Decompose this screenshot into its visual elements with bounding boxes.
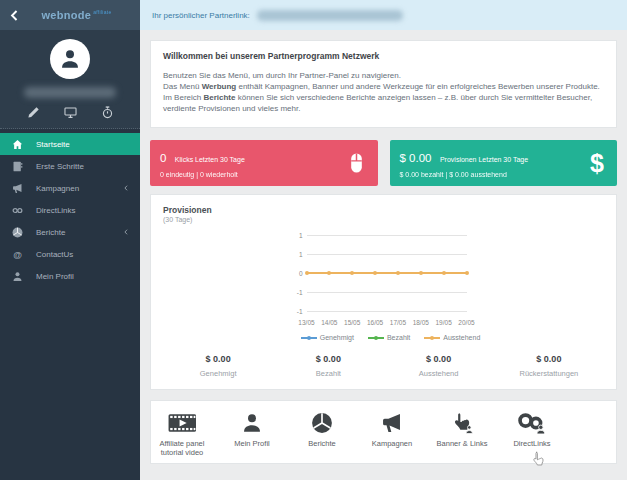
chart-x-tick: 15/05 bbox=[344, 319, 360, 326]
chart-x-tick: 18/05 bbox=[413, 319, 429, 326]
chart-subtitle: (30 Tage) bbox=[163, 216, 604, 223]
main-content: Willkommen bei unserem Partnerprogramm N… bbox=[140, 30, 627, 474]
welcome-title: Willkommen bei unserem Partnerprogramm N… bbox=[163, 51, 604, 61]
pie-chart-icon bbox=[293, 409, 351, 436]
shortcut-label: Berichte bbox=[293, 439, 351, 448]
partner-link-redacted[interactable] bbox=[257, 10, 403, 21]
summary-ruckerstattungen: $ 0.00Rückerstattungen bbox=[494, 354, 604, 378]
commission-summary-row: $ 0.00Genehmigt$ 0.00Bezahlt$ 0.00Ausste… bbox=[163, 354, 604, 378]
commissions-stat-card: $ 0.00 Provisionen Letzten 30 Tage $ 0.0… bbox=[390, 140, 618, 186]
profile-actions bbox=[0, 106, 140, 119]
chevron-left-icon bbox=[122, 184, 130, 192]
sidebar-item-erste-schritte[interactable]: Erste Schritte bbox=[0, 155, 140, 177]
links-icon bbox=[503, 409, 561, 436]
legend-marker-icon bbox=[301, 335, 317, 341]
clicks-label: Klicks Letzten 30 Tage bbox=[175, 156, 245, 163]
sidebar-item-kampagnen[interactable]: Kampagnen bbox=[0, 177, 140, 199]
chart-x-tick: 16/05 bbox=[367, 319, 383, 326]
avatar bbox=[50, 39, 90, 79]
sidebar-item-label: DirectLinks bbox=[36, 206, 130, 215]
stopwatch-icon[interactable] bbox=[101, 106, 114, 119]
shortcut-affiliate-panel-tutorial-video[interactable]: Affiliate panel tutorial video bbox=[153, 409, 211, 455]
shortcut-label: DirectLinks bbox=[503, 439, 561, 448]
sidebar-item-label: Erste Schritte bbox=[36, 162, 130, 171]
summary-genehmigt: $ 0.00Genehmigt bbox=[163, 354, 273, 378]
chart-gridline bbox=[307, 311, 467, 312]
username-redacted bbox=[24, 87, 116, 98]
summary-label: Ausstehend bbox=[384, 369, 494, 378]
dollar-icon: $ bbox=[590, 151, 604, 176]
shortcut-banner-links[interactable]: Banner & Links bbox=[433, 409, 491, 455]
sidebar-item-mein-profil[interactable]: Mein Profil bbox=[0, 265, 140, 287]
chart-gridline bbox=[307, 292, 467, 293]
sidebar-menu: StartseiteErste SchritteKampagnenDirectL… bbox=[0, 129, 140, 287]
summary-bezahlt: $ 0.00Bezahlt bbox=[273, 354, 383, 378]
legend-item-genehmigt[interactable]: Genehmigt bbox=[301, 334, 354, 341]
sidebar-profile bbox=[0, 30, 140, 129]
shortcut-kampagnen[interactable]: Kampagnen bbox=[363, 409, 421, 455]
welcome-card: Willkommen bei unserem Partnerprogramm N… bbox=[150, 40, 617, 128]
chart-x-tick: 19/05 bbox=[435, 319, 451, 326]
user-icon bbox=[12, 271, 23, 282]
chart-x-tick: 17/05 bbox=[390, 319, 406, 326]
sidebar-item-label: Mein Profil bbox=[36, 272, 130, 281]
commissions-value: $ 0.00 bbox=[400, 152, 432, 164]
legend-item-ausstehend[interactable]: Ausstehend bbox=[424, 334, 480, 341]
chevron-left-icon bbox=[122, 228, 130, 236]
shortcut-directlinks[interactable]: DirectLinks bbox=[503, 409, 561, 455]
app-root: webnodeaffiliate StartseiteErste Schritt… bbox=[0, 0, 627, 480]
user-icon bbox=[223, 409, 281, 436]
chart-data-point bbox=[465, 271, 469, 275]
sidebar-item-directlinks[interactable]: DirectLinks bbox=[0, 199, 140, 221]
chart-data-point bbox=[419, 271, 423, 275]
summary-label: Rückerstattungen bbox=[494, 369, 604, 378]
summary-label: Genehmigt bbox=[163, 369, 273, 378]
topbar: Ihr persönlicher Partnerlink: bbox=[140, 0, 627, 30]
sidebar-header: webnodeaffiliate bbox=[0, 0, 140, 30]
chart-data-point bbox=[396, 271, 400, 275]
cursor-icon bbox=[532, 451, 545, 468]
shortcut-label: Kampagnen bbox=[363, 439, 421, 448]
chart-x-tick: 13/05 bbox=[298, 319, 314, 326]
chart-series-line bbox=[307, 272, 467, 274]
book-icon bbox=[12, 161, 23, 172]
chart-data-point bbox=[442, 271, 446, 275]
chart-gridline bbox=[307, 254, 467, 255]
legend-item-bezahlt[interactable]: Bezahlt bbox=[368, 334, 410, 341]
chart-y-tick: 1 bbox=[283, 232, 303, 239]
collapse-sidebar-icon[interactable] bbox=[8, 9, 21, 22]
sidebar-item-contactus[interactable]: @ContactUs bbox=[0, 243, 140, 265]
provisions-chart: 110-1-1 13/0514/0515/0516/0517/0518/0519… bbox=[281, 235, 487, 341]
shortcut-mein-profil[interactable]: Mein Profil bbox=[223, 409, 281, 455]
chart-data-point bbox=[373, 271, 377, 275]
at-icon: @ bbox=[12, 249, 23, 260]
chart-y-tick: 1 bbox=[283, 251, 303, 258]
chart-plot-area: 110-1-1 bbox=[307, 235, 467, 315]
chart-legend: GenehmigtBezahltAusstehend bbox=[295, 334, 487, 341]
clicks-detail: 0 eindeutig | 0 wiederholt bbox=[160, 171, 368, 178]
sidebar-item-startseite[interactable]: Startseite bbox=[0, 133, 140, 155]
pencil-icon[interactable] bbox=[27, 106, 40, 119]
shortcut-label: Banner & Links bbox=[433, 439, 491, 448]
megaphone-icon bbox=[12, 183, 23, 194]
summary-value: $ 0.00 bbox=[273, 354, 383, 364]
welcome-text: Benutzen Sie das Menü, um durch Ihr Part… bbox=[163, 70, 604, 114]
chart-title: Provisionen bbox=[163, 205, 604, 215]
film-icon bbox=[153, 409, 211, 436]
webnode-logo: webnodeaffiliate bbox=[21, 9, 132, 21]
home-icon bbox=[12, 139, 23, 150]
chart-y-tick: -1 bbox=[283, 289, 303, 296]
chart-card: Provisionen (30 Tage) 110-1-1 13/0514/05… bbox=[150, 194, 617, 390]
link-icon bbox=[12, 205, 23, 216]
banner-pointer-icon bbox=[433, 409, 491, 436]
chart-data-point bbox=[350, 271, 354, 275]
summary-value: $ 0.00 bbox=[494, 354, 604, 364]
commissions-label: Provisionen Letzten 30 Tage bbox=[440, 156, 528, 163]
monitor-icon[interactable] bbox=[64, 106, 77, 119]
clicks-stat-card: 0 Klicks Letzten 30 Tage 0 eindeutig | 0… bbox=[150, 140, 378, 186]
sidebar-item-berichte[interactable]: Berichte bbox=[0, 221, 140, 243]
logo-suffix: affiliate bbox=[93, 9, 111, 15]
megaphone-icon bbox=[363, 409, 421, 436]
svg-text:@: @ bbox=[13, 249, 22, 259]
shortcut-berichte[interactable]: Berichte bbox=[293, 409, 351, 455]
